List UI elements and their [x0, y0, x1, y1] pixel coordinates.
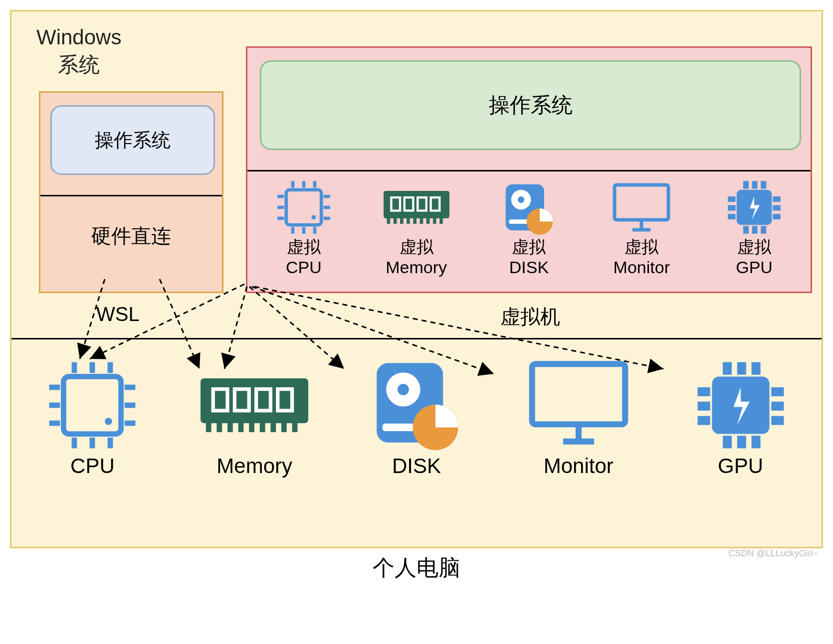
cpu-icon	[47, 360, 137, 450]
hw-monitor: Monitor	[504, 355, 653, 478]
vm-hw-gpu: 虚拟GPU	[704, 180, 804, 278]
vm-hw-memory: 虚拟Memory	[367, 180, 466, 278]
windows-title: Windows 系统	[36, 24, 121, 78]
hw-memory-label: Memory	[216, 454, 292, 478]
gpu-icon	[696, 360, 786, 450]
vm-hardware-row: 虚拟CPU 虚拟Memory 虚拟DISK 虚拟Monitor 虚拟GPU	[247, 180, 811, 278]
vm-os-label: 操作系统	[489, 91, 573, 119]
hw-disk: DISK	[342, 355, 491, 478]
gpu-icon	[727, 180, 782, 235]
monitor-icon	[609, 180, 674, 235]
physical-hardware-row: CPU Memory DISK Monitor GPU	[11, 355, 822, 478]
wsl-name-label: WSL	[96, 303, 140, 325]
cpu-icon	[276, 180, 331, 235]
hw-cpu: CPU	[17, 360, 167, 478]
monitor-icon	[524, 355, 633, 450]
windows-title-line2: 系统	[58, 53, 100, 76]
hw-monitor-label: Monitor	[544, 454, 614, 478]
vm-hw-cpu: 虚拟CPU	[254, 180, 354, 278]
vm-divider	[247, 170, 811, 171]
hw-gpu-label: GPU	[718, 454, 763, 478]
hardware-divider	[11, 338, 822, 339]
vm-name-label: 虚拟机	[500, 303, 560, 330]
windows-title-line1: Windows	[36, 25, 121, 49]
wsl-divider	[40, 195, 222, 196]
vm-container: 操作系统 虚拟CPU 虚拟Memory 虚拟DISK 虚拟Monitor	[246, 46, 812, 293]
vm-hw-disk: 虚拟DISK	[479, 180, 579, 278]
hw-cpu-label: CPU	[70, 454, 115, 478]
memory-icon	[190, 360, 319, 450]
memory-icon	[379, 180, 454, 235]
wsl-os-box: 操作系统	[50, 105, 215, 175]
windows-system-container: Windows 系统 操作系统 硬件直连 WSL 操作系统 虚拟CPU 虚拟Me…	[10, 10, 823, 548]
vm-os-box: 操作系统	[260, 60, 801, 150]
hw-gpu: GPU	[666, 360, 816, 478]
disk-icon	[501, 180, 556, 235]
wsl-hardware-label: 硬件直连	[40, 222, 222, 250]
hw-disk-label: DISK	[392, 454, 441, 478]
watermark: CSDN @LLLuckyGirl~	[728, 548, 818, 559]
wsl-container: 操作系统 硬件直连	[39, 91, 223, 293]
hw-memory: Memory	[180, 360, 329, 478]
disk-icon	[369, 355, 464, 450]
vm-hw-monitor: 虚拟Monitor	[592, 180, 691, 278]
wsl-os-label: 操作系统	[95, 128, 171, 153]
personal-computer-label: 个人电脑	[0, 553, 833, 583]
